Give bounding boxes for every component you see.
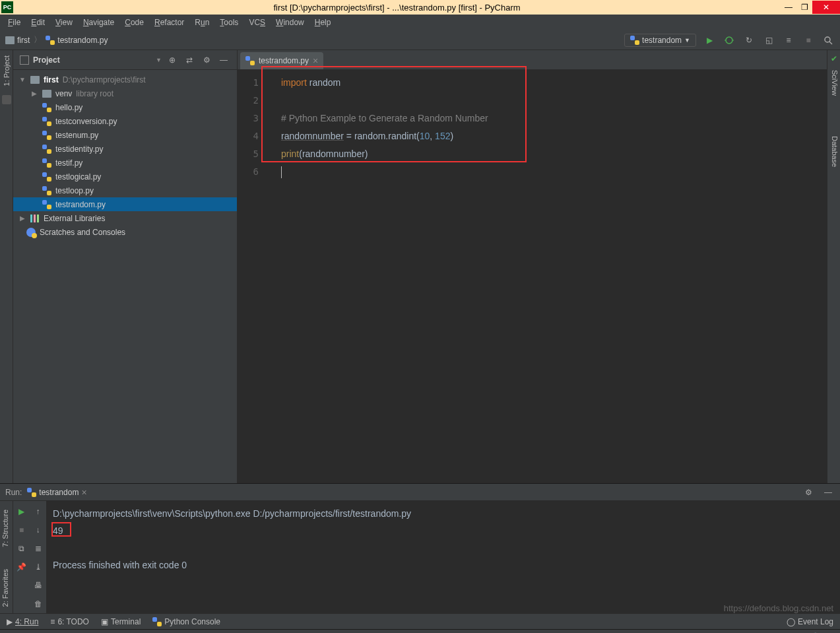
sidebar-title[interactable]: Project: [33, 55, 152, 65]
tree-venv[interactable]: ▶ venv library root: [13, 86, 237, 100]
stop-icon[interactable]: ■: [15, 523, 28, 537]
bottom-tab-pyconsole[interactable]: Python Console: [152, 617, 220, 626]
menu-file[interactable]: File: [4, 17, 24, 28]
tree-root[interactable]: ▼ first D:\pycharmprojects\first: [13, 73, 237, 86]
svg-point-3: [825, 37, 830, 42]
gear-icon[interactable]: ⚙: [200, 53, 213, 67]
breadcrumb-root[interactable]: first: [17, 36, 30, 45]
tree-venv-suffix: library root: [76, 89, 113, 98]
svg-line-4: [829, 42, 832, 44]
bottom-tab-todo[interactable]: ≡ 6: TODO: [50, 617, 89, 626]
tree-file[interactable]: hello.py: [13, 100, 237, 114]
python-file-icon: [42, 186, 51, 195]
tree-file[interactable]: testlogical.py: [13, 170, 237, 183]
tree-file[interactable]: testenum.py: [13, 128, 237, 142]
close-tab-icon[interactable]: ×: [81, 487, 86, 498]
python-file-icon: [42, 200, 51, 209]
python-file-icon: [42, 131, 51, 140]
menu-help[interactable]: Help: [311, 17, 335, 28]
editor-tab[interactable]: testrandom.py ×: [240, 52, 323, 69]
editor-body[interactable]: 123456 import random # Python Example to…: [238, 70, 827, 483]
print-icon[interactable]: 🖶: [32, 579, 45, 592]
down-icon[interactable]: ↓: [32, 523, 45, 537]
tree-file[interactable]: testidentity.py: [13, 142, 237, 156]
tree-root-path: D:\pycharmprojects\first: [63, 75, 146, 84]
tool-tab-project[interactable]: 1: Project: [3, 53, 11, 88]
bottom-tab-run[interactable]: ▶ 4: Run: [7, 617, 38, 626]
close-tab-icon[interactable]: ×: [313, 55, 318, 66]
run-tab-label: testrandom: [39, 488, 79, 497]
hide-icon[interactable]: —: [822, 486, 835, 499]
up-icon[interactable]: ↑: [32, 505, 45, 518]
tool-tab-favorites[interactable]: 2: Favorites: [1, 569, 9, 607]
layout-icon[interactable]: ⧉: [15, 542, 28, 555]
code-area[interactable]: import random # Python Example to Genera…: [264, 70, 827, 483]
hide-icon[interactable]: —: [217, 53, 230, 67]
chevron-down-icon[interactable]: ▼: [156, 57, 162, 63]
rerun-icon[interactable]: ▶: [15, 505, 28, 518]
menu-view[interactable]: View: [51, 17, 77, 28]
search-button[interactable]: [822, 34, 835, 47]
code-punct: ,: [430, 131, 435, 141]
chevron-right-icon[interactable]: ▶: [18, 215, 26, 222]
collapse-icon[interactable]: ⇄: [183, 53, 196, 67]
menu-run[interactable]: Run: [191, 17, 213, 28]
nav-bar: first 〉 testrandom.py testrandom ▼ ▶ ↻ ◱…: [0, 30, 840, 50]
tree-file-selected[interactable]: testrandom.py: [13, 197, 237, 211]
tool-tab-structure[interactable]: 7: Structure: [1, 510, 9, 547]
python-file-icon: [42, 117, 51, 126]
run-toolbar-1: ▶ ■ ⧉ 📌: [13, 501, 30, 613]
bottom-event-log[interactable]: ◯ Event Log: [787, 617, 833, 626]
target-icon[interactable]: ⊕: [166, 53, 179, 67]
scroll-icon[interactable]: ⤓: [32, 560, 45, 574]
tool-tab-icon[interactable]: [2, 95, 11, 104]
menu-refactor[interactable]: Refactor: [150, 17, 188, 28]
output-exit: Process finished with exit code 0: [53, 556, 833, 574]
editor-tab-label: testrandom.py: [259, 56, 309, 65]
tree-external-libs[interactable]: ▶ External Libraries: [13, 211, 237, 225]
run-button[interactable]: ▶: [703, 34, 716, 47]
run-tab[interactable]: testrandom ×: [27, 487, 86, 498]
wrap-icon[interactable]: ≣: [32, 542, 45, 555]
python-file-icon: [42, 158, 51, 168]
run-output[interactable]: D:\pycharmprojects\first\venv\Scripts\py…: [46, 501, 840, 613]
clear-icon[interactable]: 🗑: [32, 597, 45, 611]
menu-window[interactable]: Window: [272, 17, 308, 28]
breadcrumb-file[interactable]: testrandom.py: [57, 36, 108, 45]
gear-icon[interactable]: ⚙: [802, 486, 815, 499]
bottom-tool-bar: ▶ 4: Run ≡ 6: TODO ▣ Terminal Python Con…: [0, 613, 840, 629]
attach-button[interactable]: ≡: [782, 34, 795, 47]
bottom-tab-terminal[interactable]: ▣ Terminal: [101, 617, 141, 626]
tree-file[interactable]: testloop.py: [13, 183, 237, 197]
line-numbers: 123456: [238, 70, 264, 483]
project-tree: ▼ first D:\pycharmprojects\first ▶ venv …: [13, 70, 237, 242]
stop-button[interactable]: ■: [802, 34, 815, 47]
close-button[interactable]: ✕: [812, 1, 840, 14]
pin-icon[interactable]: 📌: [15, 560, 28, 574]
chevron-down-icon[interactable]: ▼: [18, 76, 26, 83]
maximize-button[interactable]: ❐: [796, 1, 812, 14]
window-title: first [D:\pycharmprojects\first] - ...\t…: [13, 3, 781, 13]
profile-button[interactable]: ◱: [762, 34, 775, 47]
python-file-icon: [42, 103, 51, 112]
python-file-icon: [245, 56, 255, 65]
chevron-down-icon: ▼: [684, 37, 690, 44]
tree-scratches[interactable]: Scratches and Consoles: [13, 225, 237, 239]
menu-tools[interactable]: Tools: [216, 17, 242, 28]
debug-button[interactable]: [723, 34, 736, 47]
minimize-button[interactable]: —: [781, 1, 796, 14]
tree-file[interactable]: testconversion.py: [13, 114, 237, 128]
output-command: D:\pycharmprojects\first\venv\Scripts\py…: [53, 505, 833, 522]
menu-edit[interactable]: Edit: [27, 17, 49, 28]
coverage-button[interactable]: ↻: [742, 34, 756, 47]
tree-file[interactable]: testif.py: [13, 156, 237, 170]
menu-code[interactable]: Code: [121, 17, 148, 28]
tool-tab-database[interactable]: Database: [831, 136, 839, 167]
menu-navigate[interactable]: Navigate: [79, 17, 118, 28]
menu-vcs[interactable]: VCS: [245, 17, 269, 28]
chevron-right-icon[interactable]: ▶: [30, 90, 38, 97]
code-comment: # Python Example to Generate a Random Nu…: [281, 113, 488, 123]
run-toolbar-2: ↑ ↓ ≣ ⤓ 🖶 🗑: [30, 501, 46, 613]
run-config-selector[interactable]: testrandom ▼: [624, 34, 696, 47]
tool-tab-sciview[interactable]: SciView: [831, 70, 839, 96]
